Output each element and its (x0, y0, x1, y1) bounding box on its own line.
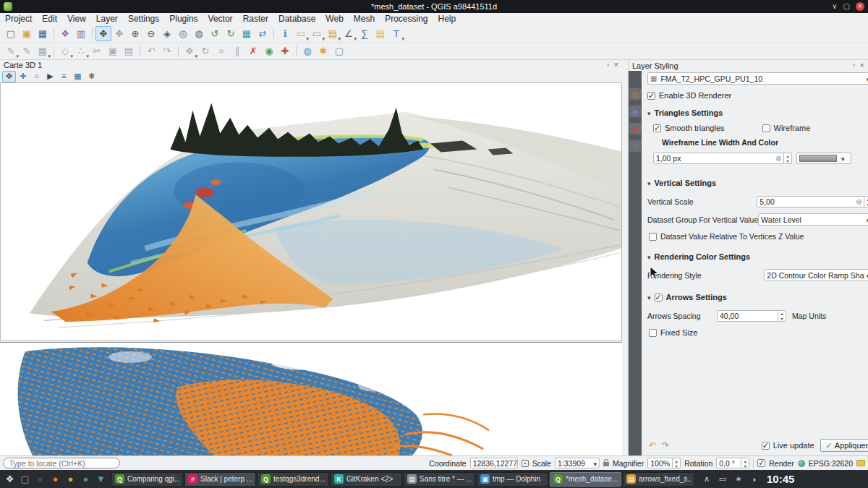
spin-down-icon[interactable] (778, 316, 786, 321)
rotate-feature-icon[interactable]: ↻ (197, 43, 213, 59)
save-project-icon[interactable]: ▦ (35, 26, 51, 41)
close-window-icon[interactable] (856, 2, 864, 11)
tab-history[interactable]: ○ (629, 140, 641, 152)
python-console-icon[interactable]: ◍ (299, 43, 315, 59)
new-3d-map-icon[interactable]: ▦ (239, 26, 255, 41)
collapse-arrow-icon[interactable] (647, 293, 651, 301)
vertex-marker-icon[interactable]: ◉ (261, 43, 277, 59)
measure-icon[interactable]: ∠ (341, 26, 357, 41)
toolbar-separator[interactable] (137, 43, 143, 59)
current-edits-icon[interactable]: ✎ (3, 43, 19, 59)
move-feature-icon[interactable]: ✥ (182, 43, 197, 59)
toolbar-separator[interactable] (51, 26, 57, 41)
task-sans-titre[interactable]: ▤ Sans titre * — ... (404, 472, 475, 487)
zoom-to-selection-icon[interactable]: ◎ (175, 26, 191, 41)
show-desktop-icon[interactable]: ▢ (17, 471, 33, 487)
menu-item[interactable]: View (62, 13, 91, 25)
tab-symbology[interactable]: ▤ (629, 88, 641, 100)
chevron-down-icon[interactable] (839, 154, 847, 163)
tray-keyboard-icon[interactable]: ▭ (718, 471, 728, 487)
options-icon[interactable]: ≡ (57, 71, 71, 82)
statistics-icon[interactable]: ∑ (357, 26, 373, 41)
extents-icon[interactable] (522, 460, 529, 467)
spin-up-icon[interactable] (673, 458, 680, 463)
cut-features-icon[interactable]: ✂ (89, 43, 105, 59)
menu-item[interactable]: Settings (123, 13, 164, 25)
menu-item[interactable]: Layer (91, 13, 123, 25)
tab-3d-view[interactable]: ◆ (629, 106, 641, 117)
menu-item[interactable]: Web (320, 13, 348, 25)
menu-item[interactable]: Database (273, 13, 320, 25)
select-by-form-icon[interactable]: ▤ (325, 26, 341, 41)
vertex-tool-icon[interactable]: ∴ (73, 43, 89, 59)
task-comparing-qgis[interactable]: Q Comparing qgi... (111, 472, 183, 487)
mail-icon[interactable]: ● (63, 471, 78, 487)
paste-features-icon[interactable]: ▤ (121, 43, 137, 59)
clear-value-icon[interactable] (854, 197, 864, 207)
select-features-icon[interactable]: ▭ (293, 26, 309, 41)
camera-control-icon[interactable]: ✚ (16, 71, 30, 82)
tray-volume-icon[interactable]: ◗ (749, 471, 760, 487)
toolbar-separator[interactable] (51, 43, 57, 59)
close-panel-icon[interactable] (614, 61, 618, 69)
delete-selected-icon[interactable]: ✗ (245, 43, 261, 59)
close-panel-icon[interactable] (860, 62, 864, 69)
animation-icon[interactable]: ○ (30, 71, 43, 82)
vertical-scale-spinbox[interactable]: 5,00 (757, 196, 868, 207)
tray-expander-icon[interactable]: ∧ (702, 471, 712, 487)
task-dolphin[interactable]: ▣ tmp — Dolphin (477, 472, 548, 487)
konsole-icon[interactable]: ● (33, 471, 48, 487)
task-gitkraken[interactable]: K GitKraken <2> (331, 472, 402, 487)
toggle-editing-icon[interactable]: ✎ (19, 43, 35, 59)
toolbar-separator[interactable] (175, 43, 182, 59)
toolbar-separator[interactable] (271, 26, 277, 41)
zoom-out-icon[interactable]: ⊖ (143, 26, 159, 41)
maximize-window-icon[interactable] (843, 3, 850, 10)
spin-up-icon[interactable] (784, 153, 791, 158)
live-update-checkbox[interactable] (762, 442, 770, 450)
spin-up-icon[interactable] (864, 197, 868, 202)
rotation-spinbox[interactable]: 0,0 ° (716, 458, 749, 468)
zoom-full-icon[interactable]: ◈ (159, 26, 175, 41)
map-2d-canvas[interactable] (0, 342, 622, 455)
dataset-relative-checkbox[interactable] (649, 233, 657, 241)
float-panel-icon[interactable] (853, 62, 855, 69)
redo-icon[interactable]: ↷ (159, 43, 175, 59)
zoom-to-layer-icon[interactable]: ◍ (191, 26, 207, 41)
lock-scale-icon[interactable] (603, 462, 609, 466)
spin-down-icon[interactable] (864, 202, 868, 207)
undo-style-button[interactable] (646, 440, 659, 451)
dataset-group-combo[interactable]: Water Level (758, 213, 868, 226)
locate-input[interactable] (3, 458, 120, 468)
panels-icon[interactable]: ▢ (331, 43, 347, 59)
spin-up-icon[interactable] (741, 458, 749, 463)
shade-window-icon[interactable] (832, 3, 837, 10)
firefox-icon[interactable]: ● (48, 471, 63, 487)
menu-item[interactable]: Vector (203, 13, 238, 25)
configure-icon[interactable]: ✱ (85, 71, 98, 82)
toolbar-separator[interactable] (293, 43, 299, 59)
style-manager-icon[interactable]: ❖ (57, 26, 73, 41)
task-slack[interactable]: # Slack | peterp ... (184, 472, 256, 487)
pan-map-icon[interactable]: ✥ (95, 26, 111, 41)
tray-bluetooth-icon[interactable]: ∗ (733, 471, 744, 487)
magnifier-spinbox[interactable]: 100% (647, 458, 681, 468)
pan-to-selection-icon[interactable]: ✥ (111, 26, 127, 41)
layout-manager-icon[interactable]: ▥ (73, 26, 89, 41)
arrows-enabled-checkbox[interactable] (655, 294, 663, 301)
wireframe-checkbox[interactable] (762, 124, 770, 132)
spin-down-icon[interactable] (673, 463, 680, 468)
menu-item[interactable]: Plugins (164, 13, 203, 25)
map-3d-viewport[interactable] (0, 82, 622, 341)
collapse-arrow-icon[interactable] (647, 252, 651, 261)
zoom-next-icon[interactable]: ↻ (223, 26, 239, 41)
files-icon[interactable]: ● (78, 471, 93, 487)
refresh-icon[interactable]: ⇄ (255, 26, 271, 41)
digitize-icon[interactable]: ◇ (57, 43, 73, 59)
task-arrows-fixed[interactable]: ▤ arrows_fixed_s... (623, 472, 694, 487)
save-scene-icon[interactable]: ▦ (71, 71, 85, 82)
menu-item[interactable]: Processing (380, 13, 433, 25)
spin-down-icon[interactable] (784, 158, 791, 163)
save-edits-icon[interactable]: ▦ (35, 43, 51, 59)
rendering-style-combo[interactable]: 2D Contour Color Ramp Shader (764, 269, 868, 281)
